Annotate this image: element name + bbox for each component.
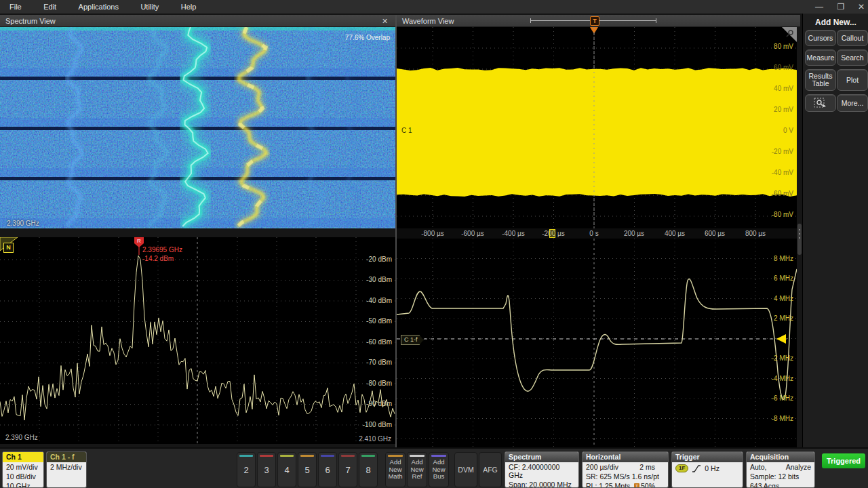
- channel1-tag[interactable]: C 1: [401, 127, 412, 134]
- add-measure-button[interactable]: Measure: [805, 49, 836, 66]
- channel-3-button[interactable]: 3: [257, 452, 276, 487]
- overlap-label: 77.6% Overlap: [345, 34, 390, 41]
- horizontal-badge[interactable]: Horizontal 200 µs/div2 ms SR: 625 MS/s1.…: [582, 451, 669, 488]
- spectrum-start-freq-label: 2.390 GHz: [5, 434, 38, 441]
- channel-4-button[interactable]: 4: [277, 452, 296, 487]
- trigger-level: 0 Hz: [705, 464, 719, 472]
- trigger-badge[interactable]: Trigger 1F 0 Hz: [671, 451, 743, 488]
- acquisition-analyze: Analyze: [786, 463, 811, 471]
- frequency-axis-label: 4 MHz: [753, 295, 793, 302]
- channel1f-badge-title: Ch 1 - f: [47, 452, 86, 462]
- menu-utility[interactable]: Utility: [131, 1, 168, 11]
- trigger-source-pill: 1F: [675, 464, 688, 472]
- time-axis-label: 0 s: [574, 230, 614, 237]
- add-results-table-button[interactable]: Results Table: [805, 69, 836, 91]
- add-new-ref-button[interactable]: Add New Ref: [407, 452, 427, 487]
- channel1-db-scale: 10 dB/div: [3, 472, 43, 481]
- afg-button[interactable]: AFG: [479, 452, 502, 487]
- frequency-axis-label: 6 MHz: [753, 274, 793, 282]
- horizontal-sample-rate: SR: 625 MS/s: [586, 472, 630, 481]
- add-cursors-button[interactable]: Cursors: [805, 30, 836, 46]
- time-axis-label: -600 µs: [452, 230, 493, 237]
- window-minimize-icon[interactable]: —: [811, 1, 827, 13]
- amplitude-axis-label: -50 dBm: [366, 317, 392, 325]
- channel-2-button[interactable]: 2: [237, 452, 256, 487]
- horizontal-resolution: 1.6 ns/pt: [632, 472, 659, 481]
- spectrogram-plot[interactable]: 77.6% Overlap 2.390 GHz: [0, 27, 395, 228]
- window-restore-icon[interactable]: ❐: [833, 1, 849, 13]
- time-axis-label: 400 µs: [654, 230, 695, 237]
- add-search-button[interactable]: Search: [837, 49, 868, 66]
- horizontal-badge-title: Horizontal: [583, 452, 668, 462]
- trigger-position-icon: T: [634, 483, 639, 488]
- menu-applications[interactable]: Applications: [69, 1, 128, 11]
- more-button[interactable]: More...: [837, 94, 868, 112]
- add-new-bus-button[interactable]: Add New Bus: [429, 452, 449, 487]
- horizontal-position: 50%: [641, 482, 655, 488]
- channel1-badge-title: Ch 1: [3, 452, 43, 462]
- spectrum-view-titlebar[interactable]: Spectrum View ✕: [0, 15, 395, 27]
- waveform-canvas: [397, 27, 797, 228]
- channel1-badge[interactable]: Ch 1 20 mV/div 10 dB/div 10 GHz: [2, 451, 44, 488]
- channel-2-label: 2: [243, 465, 248, 475]
- voltage-axis-label: 80 mV: [753, 43, 793, 50]
- voltage-axis-label: -20 mV: [753, 148, 793, 155]
- zoom-select-icon: [814, 98, 827, 108]
- channel-5-button[interactable]: 5: [298, 452, 317, 487]
- channel-8-button[interactable]: 8: [359, 452, 378, 487]
- horizontal-scale: 200 µs/div: [586, 463, 618, 471]
- expansion-point-marker[interactable]: [549, 229, 555, 238]
- position-bar-left-tick: [530, 18, 531, 23]
- window-close-icon[interactable]: ✕: [853, 1, 868, 13]
- spectrum-badge[interactable]: Spectrum CF: 2.40000000 GHz Span: 20.000…: [505, 451, 579, 488]
- frequency-plot[interactable]: C 1-f: [397, 239, 797, 447]
- zoom-select-button[interactable]: [805, 94, 836, 112]
- spectrogram-canvas: [0, 27, 395, 228]
- frequency-axis-label: -6 MHz: [753, 394, 793, 402]
- channel-3-label: 3: [264, 465, 269, 475]
- trigger-slope-icon: [692, 465, 701, 472]
- spectrum-view-close-icon[interactable]: ✕: [382, 15, 388, 27]
- amplitude-axis-label: -90 dBm: [366, 400, 392, 407]
- channel1f-badge[interactable]: Ch 1 - f 2 MHz/div: [46, 451, 87, 488]
- amplitude-axis-label: -20 dBm: [366, 256, 392, 263]
- acquisition-badge-title: Acquisition: [747, 452, 814, 462]
- time-axis-label: 200 µs: [614, 230, 654, 237]
- add-new-bus-label: Add New Bus: [429, 459, 448, 481]
- menu-file[interactable]: File: [0, 1, 31, 11]
- voltage-axis-label: 0 V: [753, 127, 793, 134]
- add-new-math-label: Add New Math: [386, 459, 405, 481]
- spectrum-badge-title: Spectrum: [505, 452, 578, 462]
- channel-6-button[interactable]: 6: [318, 452, 337, 487]
- spectrum-trace-canvas: R: [0, 237, 395, 444]
- menu-help[interactable]: Help: [172, 1, 206, 11]
- panel-splitter-handle[interactable]: [797, 224, 802, 255]
- spectrum-trace-plot[interactable]: R N 2.39695 GHz -14.2 dBm 2.390 GHz 2.41…: [0, 237, 395, 444]
- channel1f-scale: 2 MHz/div: [47, 462, 86, 472]
- math-channel-tag[interactable]: C 1-f: [401, 335, 424, 345]
- channel1-bandwidth: 10 GHz: [3, 481, 43, 488]
- channel-7-button[interactable]: 7: [338, 452, 357, 487]
- add-new-math-button[interactable]: Add New Math: [385, 452, 406, 487]
- time-axis-label: 800 µs: [735, 230, 776, 237]
- dvm-button[interactable]: DVM: [454, 452, 477, 487]
- time-axis-label: -800 µs: [412, 230, 453, 237]
- add-callout-button[interactable]: Callout: [837, 30, 868, 46]
- frequency-axis-label: -2 MHz: [753, 354, 793, 362]
- channel1-scale: 20 mV/div: [3, 462, 43, 472]
- voltage-axis-label: -60 mV: [753, 190, 793, 197]
- add-plot-button[interactable]: Plot: [837, 69, 868, 91]
- marker-amplitude-label: -14.2 dBm: [142, 255, 174, 262]
- acquisition-badge[interactable]: Acquisition Auto,Analyze Sample: 12 bits…: [746, 451, 815, 488]
- amplitude-axis-label: -30 dBm: [366, 276, 392, 283]
- spectrogram-start-freq-label: 2.390 GHz: [7, 220, 39, 227]
- voltage-axis-label: 40 mV: [753, 85, 793, 92]
- amplitude-axis-label: -70 dBm: [366, 359, 392, 366]
- time-axis-label: 600 µs: [694, 230, 735, 237]
- waveform-view-titlebar[interactable]: Waveform View T: [397, 15, 800, 27]
- normal-trace-badge[interactable]: N: [3, 243, 14, 253]
- trigger-position-indicator[interactable]: T: [590, 16, 599, 26]
- bottom-bar: Ch 1 20 mV/div 10 dB/div 10 GHz Ch 1 - f…: [0, 447, 868, 488]
- menu-edit[interactable]: Edit: [34, 1, 66, 11]
- waveform-plot[interactable]: C 1: [397, 27, 797, 228]
